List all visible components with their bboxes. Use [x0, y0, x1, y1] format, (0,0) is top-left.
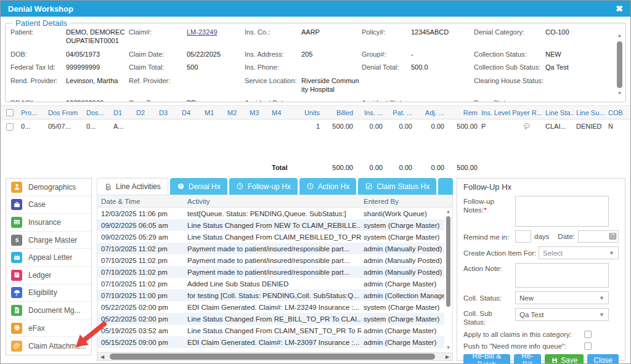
- field-label: DOB:: [10, 51, 63, 59]
- col-header-m2[interactable]: M2: [226, 109, 248, 116]
- activity-row[interactable]: 05/15/2025 09:00 pmEDI Claim Generated. …: [97, 336, 444, 348]
- apply-all-checkbox[interactable]: [584, 331, 592, 338]
- coll-sub-status-select[interactable]: Qa Test▼: [515, 308, 609, 321]
- tab-claim-status-hx[interactable]: Claim Status Hx: [358, 178, 436, 195]
- col-header-pat[interactable]: Pat. ...: [385, 109, 414, 116]
- col-header-sel[interactable]: [1, 108, 19, 116]
- col-header-payer[interactable]: Payer R...: [510, 109, 543, 116]
- select-all-checkbox[interactable]: [6, 109, 14, 116]
- field-label: Payer Status:: [474, 99, 543, 103]
- scroll-up-icon[interactable]: ▲: [445, 209, 452, 215]
- activity-row[interactable]: 05/22/2025 02:00 pmEDI Claim Generated. …: [97, 301, 444, 313]
- scroll-left-icon[interactable]: ◀: [97, 354, 107, 360]
- activity-entered-by: admin (Charge Master): [361, 280, 444, 288]
- scroll-down-icon[interactable]: ▼: [616, 91, 624, 97]
- scroll-up-icon[interactable]: ▲: [616, 33, 624, 39]
- activity-row[interactable]: 07/10/2025 11:00 pmfor testing [Coll. St…: [97, 289, 444, 301]
- sidebar-item-claim-attachme[interactable]: Claim Attachme...: [6, 337, 91, 355]
- tab-action-hx[interactable]: Action Hx: [299, 178, 356, 195]
- patient-details-scrollbar[interactable]: ▲ ▼: [616, 33, 624, 97]
- sidebar-item-case[interactable]: Case: [6, 196, 91, 214]
- close-icon[interactable]: ✖: [616, 4, 623, 13]
- field-value: [411, 77, 471, 94]
- coll-status-select[interactable]: New▼: [515, 291, 609, 304]
- scrollbar-thumb[interactable]: [617, 41, 622, 88]
- col-header-activity[interactable]: Activity: [185, 198, 361, 205]
- col-header-dos_to[interactable]: Dos...: [84, 109, 112, 116]
- activity-entered-by: system (Charge Master): [361, 304, 444, 311]
- scroll-down-icon[interactable]: ▼: [445, 345, 452, 351]
- field-label: Claim#:: [129, 28, 184, 46]
- col-header-entered-by[interactable]: Entered By: [361, 198, 452, 205]
- tab-denial-hx[interactable]: Denial Hx: [170, 178, 227, 195]
- col-header-cob[interactable]: COB: [606, 109, 625, 116]
- col-header-d3[interactable]: D3: [157, 109, 180, 116]
- col-header-rem[interactable]: Rem: [446, 109, 479, 116]
- sidebar-item-ledger[interactable]: Ledger: [6, 267, 91, 285]
- activity-row[interactable]: 07/10/2025 11:02 pmPayment made to patie…: [97, 254, 444, 266]
- col-header-m3[interactable]: M3: [248, 109, 270, 116]
- follow-up-notes-textarea[interactable]: [515, 196, 609, 227]
- tab-line-activities[interactable]: Line Activities: [97, 178, 168, 195]
- sidebar-item-charge-master[interactable]: $Charge Master: [6, 232, 91, 249]
- col-header-ins[interactable]: Ins. ...: [355, 109, 385, 116]
- tab-follow-up-hx[interactable]: Follow-up Hx: [229, 178, 298, 195]
- col-header-ins_level[interactable]: Ins. Level: [479, 109, 510, 116]
- action-note-textarea[interactable]: [515, 263, 609, 288]
- sidebar-item-eligibility[interactable]: Eligibility: [6, 285, 91, 302]
- scrollbar-thumb[interactable]: [446, 216, 450, 307]
- total-rem: 500.00: [446, 164, 479, 171]
- sidebar-item-demographics[interactable]: Demographics: [6, 179, 91, 196]
- col-header-pro[interactable]: Pro...: [19, 109, 46, 116]
- calendar-icon[interactable]: [608, 232, 617, 241]
- claim-line-row[interactable]: 0...05/07...0...A...1500.000.000.000.005…: [1, 119, 630, 133]
- claim-number-link[interactable]: LM-23249: [187, 28, 242, 46]
- col-header-line_sub[interactable]: Line Su...: [574, 109, 606, 116]
- col-header-date-time[interactable]: Date & Time: [97, 198, 185, 205]
- denial-workshop-dialog: Denial Workshop ✖ Patient Details Patien…: [0, 0, 631, 364]
- activity-row[interactable]: 09/02/2025 06:05 amLine Status Changed F…: [97, 219, 444, 231]
- col-header-billed[interactable]: Billed: [322, 109, 355, 116]
- button-close[interactable]: Close: [587, 354, 619, 364]
- activities-vertical-scrollbar[interactable]: ▲ ▼: [445, 209, 452, 351]
- clock-icon: [236, 182, 244, 190]
- sidebar-item-document-mg[interactable]: Document Mg...: [6, 302, 91, 320]
- activity-row[interactable]: 07/10/2025 11:02 pmPayment made to patie…: [97, 243, 444, 254]
- field-value: [301, 99, 359, 103]
- activity-row[interactable]: 12/03/2025 11:06 pmtest[Queue. Status: P…: [97, 208, 444, 219]
- activity-row[interactable]: 05/19/2025 03:52 amLine Status Changed F…: [97, 325, 444, 336]
- col-header-adj[interactable]: Adj. ...: [414, 109, 446, 116]
- row-checkbox[interactable]: [6, 123, 14, 131]
- sidebar-item-insurance[interactable]: Insurance: [6, 214, 91, 232]
- activity-row[interactable]: 09/02/2025 05:29 amLine Status Changed F…: [97, 231, 444, 243]
- scrollbar-thumb[interactable]: [110, 354, 435, 360]
- push-queue-checkbox[interactable]: [584, 342, 592, 350]
- col-header-d4[interactable]: D4: [180, 109, 203, 116]
- remind-days-input[interactable]: [515, 230, 531, 243]
- col-header-m4[interactable]: M4: [270, 109, 292, 116]
- activity-row[interactable]: 05/22/2025 02:00 pmLine Status Changed F…: [97, 313, 444, 325]
- col-header-dos_from[interactable]: Dos From: [46, 109, 84, 116]
- col-header-d2[interactable]: D2: [134, 109, 157, 116]
- button-label: Close: [593, 356, 613, 364]
- create-action-item-select[interactable]: Select▼: [539, 246, 619, 259]
- field-value: [301, 63, 359, 72]
- speech-bubble-icon[interactable]: [523, 122, 531, 129]
- col-header-d1[interactable]: D1: [112, 109, 134, 116]
- sidebar-item-efax[interactable]: eFax: [6, 320, 91, 338]
- scroll-right-icon[interactable]: ▶: [442, 354, 452, 360]
- button-save[interactable]: Save: [545, 354, 584, 364]
- activities-horizontal-scrollbar[interactable]: ◀ ▶: [97, 352, 453, 361]
- activity-row[interactable]: 07/10/2025 11:02 pmPayment made to patie…: [97, 266, 444, 278]
- col-header-units[interactable]: Units: [292, 109, 322, 116]
- col-header-line_status[interactable]: Line Sta...: [543, 109, 574, 116]
- activity-date: 05/22/2025 02:00 pm: [97, 304, 185, 311]
- button-re-bill[interactable]: Re-Bill: [514, 354, 541, 364]
- field-value: 1982602900: [66, 99, 126, 103]
- button-re-bill-batch[interactable]: Re-Bill & Batch: [463, 354, 510, 364]
- cell-line_status: CLAI...: [543, 123, 574, 130]
- sidebar-item-appeal-letter[interactable]: Appeal Letter: [6, 249, 91, 267]
- activity-entered-by: admin (Manually Posted): [361, 245, 444, 253]
- activity-row[interactable]: 07/10/2025 11:02 pmAdded Line Sub Status…: [97, 278, 444, 289]
- col-header-m1[interactable]: M1: [203, 109, 226, 116]
